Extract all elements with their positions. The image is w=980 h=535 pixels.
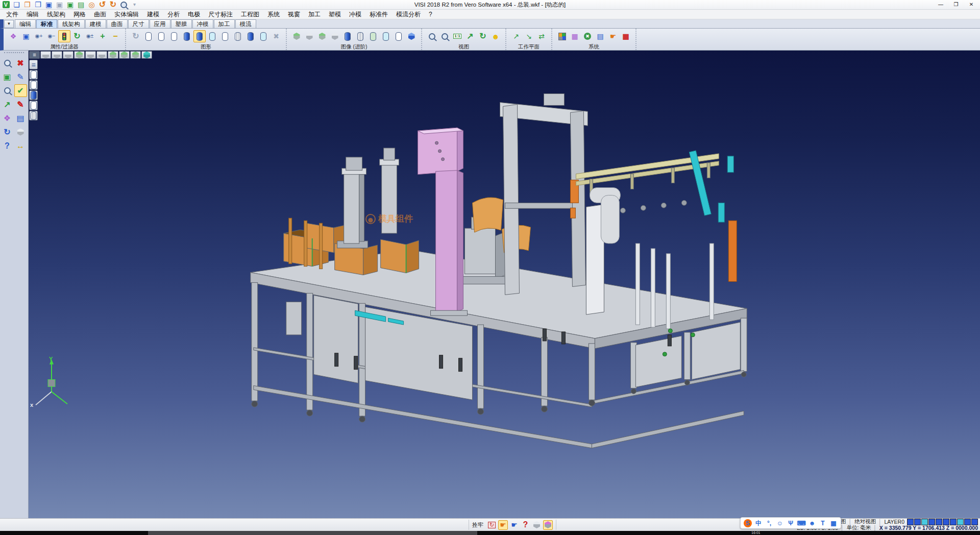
- advanced-filter-cube-icon[interactable]: [303, 30, 315, 42]
- window-views-icon[interactable]: ▤: [14, 112, 27, 125]
- tab-mold[interactable]: 塑膜: [171, 19, 192, 28]
- graphics-settings-icon[interactable]: ✖: [270, 30, 282, 42]
- tab-wireframe[interactable]: 线架构: [58, 19, 85, 28]
- menu-help[interactable]: ?: [425, 11, 436, 18]
- zoom-one-to-one-icon[interactable]: 1:1: [451, 30, 463, 42]
- color-palette-grid-icon[interactable]: [556, 30, 568, 42]
- ime-toolbox-icon[interactable]: ▦: [828, 519, 839, 528]
- confirm-checkbox-icon[interactable]: ✔: [14, 84, 27, 97]
- window-settings-icon[interactable]: ▤: [594, 30, 606, 42]
- workplane-create-icon[interactable]: ↗: [510, 30, 522, 42]
- iso-view-icon[interactable]: [40, 51, 51, 59]
- ime-mic-icon[interactable]: Ψ: [786, 519, 796, 528]
- ime-person-icon[interactable]: ☻: [807, 519, 817, 528]
- refresh-view-icon[interactable]: ↻: [477, 30, 489, 42]
- close-button[interactable]: ✕: [964, 1, 979, 9]
- workplane-align-icon[interactable]: ⇄: [535, 30, 548, 42]
- ghost-cylinder-icon[interactable]: [219, 30, 231, 42]
- solid-cube-icon[interactable]: [14, 126, 27, 138]
- dynamic-view-icon[interactable]: [141, 51, 152, 59]
- menu-electrode[interactable]: 电极: [184, 10, 204, 19]
- view-list-icon[interactable]: ≡: [29, 51, 40, 59]
- menu-die[interactable]: 冲模: [345, 10, 365, 19]
- shaded-cylinder-icon[interactable]: [181, 30, 193, 42]
- zoom-fit-icon[interactable]: ▣: [1, 70, 14, 83]
- viewport-3d[interactable]: ≡ ≡: [29, 51, 980, 518]
- menu-system[interactable]: 系统: [263, 10, 284, 19]
- hide-entities-icon[interactable]: ◉−: [45, 30, 58, 42]
- menu-machining[interactable]: 加工: [304, 10, 325, 19]
- menu-surface[interactable]: 曲面: [90, 10, 110, 19]
- menu-wireframe[interactable]: 线架构: [43, 10, 69, 19]
- tab-dimension[interactable]: 尺寸: [128, 19, 149, 28]
- wireframe-cylinder-icon[interactable]: [142, 30, 155, 42]
- menu-edit[interactable]: 编辑: [22, 10, 43, 19]
- strip-hatched-cylinder-icon[interactable]: [29, 111, 38, 120]
- filter-pages-icon[interactable]: ▣: [20, 30, 32, 42]
- tab-dropdown-icon[interactable]: ▼: [4, 20, 14, 28]
- right-view-icon[interactable]: [96, 51, 107, 59]
- iso-se-view-icon[interactable]: [74, 51, 85, 59]
- menu-modeling[interactable]: 建模: [143, 10, 163, 19]
- transparent-cylinder-icon[interactable]: [206, 30, 218, 42]
- status-refresh-icon[interactable]: ↻: [487, 520, 497, 530]
- advanced-shaded-cube-icon[interactable]: [405, 30, 418, 42]
- zoom-scale-icon[interactable]: [1, 84, 14, 97]
- view-orientation-icon[interactable]: ☻: [489, 30, 502, 42]
- system-tools-icon[interactable]: ✖: [581, 30, 594, 42]
- strip-wireframe-cylinder-icon[interactable]: [29, 70, 38, 80]
- import-file-icon[interactable]: ❒: [33, 1, 43, 9]
- tab-standard[interactable]: 标准: [36, 19, 57, 28]
- menu-analysis[interactable]: 分析: [163, 10, 184, 19]
- back-view-icon[interactable]: [119, 51, 130, 59]
- app-logo-icon[interactable]: V: [1, 1, 11, 9]
- sketch-pencil-icon[interactable]: ✎: [14, 70, 27, 83]
- menu-drawing[interactable]: 工程图: [237, 10, 263, 19]
- menu-mesh[interactable]: 网格: [69, 10, 90, 19]
- status-drop-icon[interactable]: ☛: [509, 520, 519, 530]
- strip-ghost-cylinder-icon[interactable]: [29, 101, 38, 110]
- dashed-cylinder-icon[interactable]: [168, 30, 180, 42]
- advanced-add-cube-icon[interactable]: [290, 30, 303, 42]
- ime-skin-icon[interactable]: T: [818, 519, 828, 528]
- tab-die[interactable]: 冲模: [192, 19, 213, 28]
- status-help-icon[interactable]: ?: [521, 520, 530, 530]
- zoom-extents-icon[interactable]: ↗: [464, 30, 476, 42]
- ime-keyboard-icon[interactable]: ⌨: [796, 519, 806, 528]
- redo-icon[interactable]: ↻: [108, 1, 118, 9]
- shaded-edges-cylinder-icon[interactable]: [193, 30, 206, 42]
- iso-nw-view-icon[interactable]: [130, 51, 141, 59]
- copy-graphics-icon[interactable]: [257, 30, 270, 42]
- advanced-cylinder-blue-icon[interactable]: [341, 30, 354, 42]
- measure-icon[interactable]: ↔: [14, 139, 27, 152]
- attributes-palette-icon[interactable]: ❖: [7, 30, 19, 42]
- ime-emoji-icon[interactable]: ☺: [775, 519, 785, 528]
- print-icon[interactable]: ▤: [76, 1, 86, 9]
- layer-label[interactable]: LAYER0: [885, 519, 905, 525]
- help-icon[interactable]: ?: [1, 139, 14, 152]
- preview-icon[interactable]: ◎: [87, 1, 96, 9]
- tab-edit[interactable]: 编辑: [15, 19, 36, 28]
- advanced-cylinder-striped-icon[interactable]: [354, 30, 366, 42]
- open-file-icon[interactable]: ❐: [22, 1, 32, 9]
- grid-sheet-icon[interactable]: ▦: [620, 30, 632, 42]
- hide-all-icon[interactable]: −: [109, 30, 121, 42]
- taskbar-app-segment[interactable]: [148, 531, 477, 535]
- tab-application[interactable]: 应用: [150, 19, 170, 28]
- advanced-toggle-cube-icon[interactable]: [329, 30, 341, 42]
- strip-menu-icon[interactable]: ≡: [29, 60, 38, 69]
- curve-pencil-icon[interactable]: ✎: [14, 98, 27, 111]
- maximize-button[interactable]: ❐: [948, 1, 964, 9]
- menu-flow-analysis[interactable]: 模流分析: [392, 10, 425, 19]
- compare-cylinder-icon[interactable]: [244, 30, 257, 42]
- status-render-cube-icon[interactable]: [543, 520, 553, 530]
- zoom-in-out-icon[interactable]: [426, 30, 438, 42]
- strip-hidden-cylinder-icon[interactable]: [29, 80, 38, 90]
- menu-window[interactable]: 视窗: [284, 10, 304, 19]
- hatched-cylinder-icon[interactable]: [232, 30, 244, 42]
- show-entities-icon[interactable]: ◉+: [33, 30, 45, 42]
- ime-sogou-icon[interactable]: S: [743, 519, 753, 528]
- menu-standard-parts[interactable]: 标准件: [365, 10, 392, 19]
- refresh-model-icon[interactable]: ↻: [1, 126, 14, 138]
- refresh-visibility-icon[interactable]: ↻: [71, 30, 83, 42]
